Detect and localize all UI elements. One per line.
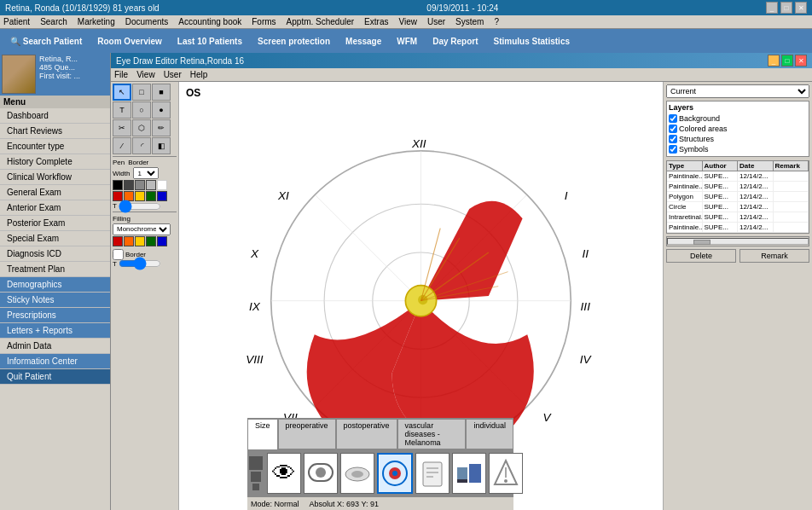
- stimulus-statistics-button[interactable]: Stimulus Statistics: [487, 35, 577, 48]
- color-gray[interactable]: [135, 180, 145, 190]
- menu-system[interactable]: System: [455, 17, 484, 26]
- canvas-area[interactable]: OS XII I II III: [179, 82, 663, 510]
- menu-apptm[interactable]: Apptm. Scheduler: [287, 17, 355, 26]
- tool-circle[interactable]: ○: [132, 101, 151, 119]
- sidebar-item-special-exam[interactable]: Special Exam: [0, 231, 110, 246]
- tool-scissors[interactable]: ✂: [113, 119, 131, 136]
- screen-protection-button[interactable]: Screen protection: [251, 35, 337, 48]
- editor-maximize[interactable]: □: [781, 55, 793, 67]
- sidebar-item-general-exam[interactable]: General Exam: [0, 185, 110, 200]
- menu-patient[interactable]: Patient: [3, 17, 30, 26]
- search-patient-button[interactable]: 🔍 Search Patient: [3, 35, 89, 48]
- menu-search[interactable]: Search: [40, 17, 67, 26]
- editor-minimize[interactable]: _: [768, 55, 780, 67]
- menu-user[interactable]: User: [427, 17, 445, 26]
- tool-arc[interactable]: ◜: [132, 137, 151, 154]
- tool-freehand[interactable]: ✏: [152, 119, 171, 136]
- fill-color-yellow[interactable]: [135, 236, 145, 246]
- width-select[interactable]: 123: [133, 167, 159, 179]
- table-row[interactable]: Polygon SUPE... 12/14/2...: [667, 192, 809, 202]
- tool-line[interactable]: ⁄: [113, 137, 131, 154]
- thumb-item-1[interactable]: 👁: [267, 453, 301, 494]
- sidebar-item-letters-reports[interactable]: Letters + Reports: [0, 323, 110, 339]
- layer-structures-check[interactable]: [669, 135, 677, 143]
- menu-documents[interactable]: Documents: [125, 17, 169, 26]
- scroll-track[interactable]: [667, 238, 809, 245]
- layer-background-check[interactable]: [669, 114, 677, 123]
- table-row[interactable]: Paintinale... SUPE... 12/14/2...: [667, 171, 809, 182]
- thumb-item-7[interactable]: [489, 453, 523, 494]
- day-report-button[interactable]: Day Report: [426, 35, 484, 48]
- maximize-button[interactable]: □: [780, 2, 792, 14]
- filling-select[interactable]: Monochrome Gradient Pattern: [113, 223, 171, 235]
- sidebar-item-quit-patient[interactable]: Quit Patient: [0, 369, 110, 385]
- tool-fill[interactable]: ◧: [152, 137, 171, 154]
- menu-marketing[interactable]: Marketing: [78, 17, 115, 26]
- table-row[interactable]: Circle SUPE... 12/14/2...: [667, 202, 809, 212]
- thumb-item-4[interactable]: [377, 453, 413, 494]
- editor-menu-help[interactable]: Help: [190, 70, 208, 79]
- layer-symbols-check[interactable]: [669, 145, 677, 154]
- sidebar-item-admin-data[interactable]: Admin Data: [0, 339, 110, 354]
- menu-forms[interactable]: Forms: [252, 17, 276, 26]
- table-row[interactable]: Paintinale... SUPE... 12/14/2...: [667, 182, 809, 192]
- remark-button[interactable]: Remark: [740, 249, 809, 263]
- sidebar-item-anterior-exam[interactable]: Anterior Exam: [0, 200, 110, 216]
- border-slider[interactable]: [119, 260, 161, 267]
- tool-arrow[interactable]: ↖: [113, 84, 131, 101]
- minimize-button[interactable]: _: [766, 2, 778, 14]
- fill-color-blue[interactable]: [157, 236, 167, 246]
- current-dropdown[interactable]: Current: [666, 84, 809, 98]
- thumb-item-2[interactable]: [304, 453, 338, 494]
- sidebar-item-diagnosis-icd[interactable]: Diagnosis ICD: [0, 246, 110, 262]
- color-white[interactable]: [157, 180, 167, 190]
- thumb-item-6[interactable]: [452, 453, 486, 494]
- color-dark[interactable]: [124, 180, 134, 190]
- wfm-button[interactable]: WFM: [390, 35, 424, 48]
- table-row[interactable]: Intraretinal... SUPE... 12/14/2...: [667, 212, 809, 223]
- sidebar-item-clinical-workflow[interactable]: Clinical Workflow: [0, 170, 110, 185]
- tool-polygon[interactable]: ⬡: [132, 119, 151, 136]
- tool-filled-circle[interactable]: ●: [152, 101, 171, 119]
- editor-menu-file[interactable]: File: [114, 70, 128, 79]
- sidebar-item-chart-reviews[interactable]: Chart Reviews: [0, 124, 110, 139]
- last-10-patients-button[interactable]: Last 10 Patients: [171, 35, 249, 48]
- color-black[interactable]: [113, 180, 123, 190]
- horizontal-scrollbar[interactable]: [666, 236, 809, 246]
- close-button[interactable]: ✕: [795, 2, 807, 14]
- sidebar-item-encounter-type[interactable]: Encounter type: [0, 139, 110, 154]
- scroll-thumb[interactable]: [693, 240, 710, 245]
- tab-vascular[interactable]: vascular diseases - Melanoma: [397, 419, 467, 449]
- layer-colored-areas-check[interactable]: [669, 125, 677, 133]
- transparency-slider[interactable]: [119, 203, 161, 210]
- tab-postoperative[interactable]: postoperative: [336, 419, 397, 449]
- tool-text[interactable]: T: [113, 101, 131, 119]
- menu-help[interactable]: ?: [494, 17, 499, 26]
- color-light[interactable]: [146, 180, 156, 190]
- menu-accounting[interactable]: Accounting book: [178, 17, 241, 26]
- tab-preoperative[interactable]: preoperative: [278, 419, 336, 449]
- fill-color-orange[interactable]: [124, 236, 134, 246]
- sidebar-item-treatment-plan[interactable]: Treatment Plan: [0, 262, 110, 277]
- table-row[interactable]: Paintinale... SUPE... 12/14/2...: [667, 223, 809, 233]
- tool-filled-rect[interactable]: ■: [152, 84, 171, 101]
- fill-color-green[interactable]: [146, 236, 156, 246]
- tab-individual[interactable]: individual: [466, 419, 513, 449]
- menu-view[interactable]: View: [398, 17, 417, 26]
- thumb-item-5[interactable]: [415, 453, 450, 494]
- editor-menu-view[interactable]: View: [136, 70, 155, 79]
- message-button[interactable]: Message: [339, 35, 388, 48]
- sidebar-item-demographics[interactable]: Demographics: [0, 277, 110, 293]
- sidebar-item-posterior-exam[interactable]: Posterior Exam: [0, 216, 110, 231]
- sidebar-item-sticky-notes[interactable]: Sticky Notes: [0, 293, 110, 308]
- tab-size[interactable]: Size: [247, 419, 278, 449]
- menu-extras[interactable]: Extras: [364, 17, 388, 26]
- delete-button[interactable]: Delete: [666, 249, 736, 263]
- fill-color-red[interactable]: [113, 236, 123, 246]
- sidebar-item-dashboard[interactable]: Dashboard: [0, 108, 110, 124]
- sidebar-item-history-complete[interactable]: History Complete: [0, 154, 110, 170]
- sidebar-item-information-center[interactable]: Information Center: [0, 354, 110, 369]
- editor-close[interactable]: ✕: [795, 55, 807, 67]
- editor-menu-user[interactable]: User: [164, 70, 182, 79]
- sidebar-item-prescriptions[interactable]: Prescriptions: [0, 308, 110, 323]
